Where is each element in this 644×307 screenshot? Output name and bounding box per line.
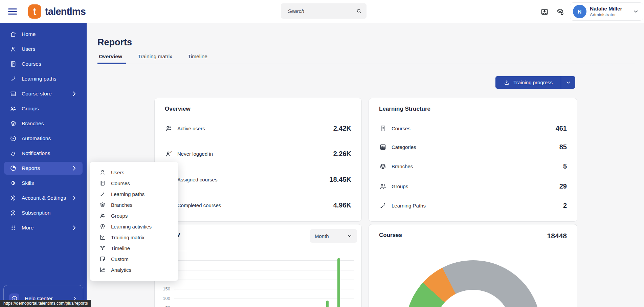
sidebar-item-label: Courses	[22, 61, 41, 67]
stat-row-never-logged-in: Never logged in 2.26K	[165, 147, 351, 160]
submenu-item-users[interactable]: Users	[90, 167, 178, 178]
training-progress-export-button[interactable]: Training progress	[495, 76, 575, 89]
download-icon	[504, 79, 510, 86]
search-input[interactable]	[287, 8, 356, 15]
stat-row-completed-courses: Completed courses 4.96K	[165, 198, 351, 212]
messages-inbox-icon[interactable]	[540, 7, 549, 16]
submenu-item-branches[interactable]: Branches	[90, 199, 178, 210]
stat-label: Completed courses	[177, 202, 221, 208]
stat-row-active-users: Active users 2.42K	[165, 122, 351, 135]
dots-grid-icon	[9, 224, 17, 232]
stat-value: 18.45K	[330, 176, 352, 183]
gear-icon	[9, 194, 17, 202]
reports-submenu: Users Courses Learning paths Branches Gr…	[90, 162, 178, 281]
courses-donut[interactable]	[405, 260, 541, 307]
layers-icon	[99, 201, 106, 208]
tabs: Overview Training matrix Timeline	[97, 52, 209, 61]
path-icon	[99, 191, 106, 197]
learning-structure-card-title: Learning Structure	[379, 106, 430, 112]
submenu-item-custom[interactable]: Custom	[90, 254, 178, 264]
submenu-item-groups[interactable]: Groups	[90, 210, 178, 221]
chevron-right-icon	[70, 194, 78, 202]
sidebar-item-label: Users	[22, 46, 35, 52]
sidebar-item-label: Course store	[22, 91, 52, 97]
stat-label: Categories	[392, 144, 416, 150]
brain-icon	[9, 179, 17, 187]
sidebar-item-label: Groups	[22, 106, 39, 112]
y-axis-tick-150: 150	[156, 286, 170, 291]
sidebar-item-groups[interactable]: Groups	[4, 102, 83, 115]
tab-overview[interactable]: Overview	[97, 52, 124, 61]
submenu-item-courses[interactable]: Courses	[90, 178, 178, 189]
sidebar-item-subscription[interactable]: Subscription	[4, 206, 83, 219]
period-select-value: Month	[315, 233, 329, 239]
y-axis-tick-100: 100	[156, 296, 170, 301]
stat-value: 2.42K	[333, 125, 351, 132]
stat-row-learning-paths: Learning Paths 2	[379, 199, 567, 212]
sidebar-item-more[interactable]: More	[4, 221, 83, 234]
overview-card: Overview Active users 2.42K Never logged…	[154, 98, 362, 222]
custom-note-icon	[99, 256, 106, 262]
chart-gridline	[174, 299, 354, 299]
sidebar-item-label: More	[22, 225, 34, 231]
search-box[interactable]	[281, 3, 367, 19]
path-icon	[379, 202, 387, 210]
period-select[interactable]: Month	[310, 229, 357, 243]
user-sleep-icon	[165, 150, 173, 158]
sidebar-item-label: Learning paths	[22, 76, 57, 82]
submenu-item-timeline[interactable]: Timeline	[90, 243, 178, 254]
sidebar-item-skills[interactable]: Skills	[4, 177, 83, 190]
courses-donut-card: Courses 18448	[369, 224, 577, 307]
stat-row-categories: Categories 85	[379, 140, 567, 154]
sidebar-item-label: Reports	[22, 165, 40, 171]
submenu-item-training-matrix[interactable]: Training matrix	[90, 232, 178, 243]
tab-training-matrix[interactable]: Training matrix	[136, 52, 174, 61]
learning-structure-card: Learning Structure Courses 461 Categorie…	[369, 98, 577, 222]
sidebar-item-account-settings[interactable]: Account & Settings	[4, 192, 83, 204]
submenu-item-analytics[interactable]: Analytics	[90, 264, 178, 275]
chart-bar[interactable]	[337, 258, 340, 307]
active-tab-underline	[97, 63, 126, 64]
chart-gridline	[174, 289, 354, 289]
user-role: Administrator	[590, 12, 622, 18]
book-icon	[379, 125, 387, 132]
hamburger-menu-icon[interactable]	[8, 7, 17, 16]
sidebar-item-automations[interactable]: Automations	[4, 132, 83, 145]
training-progress-button-main[interactable]: Training progress	[495, 76, 561, 89]
export-dropdown-toggle[interactable]	[561, 76, 575, 89]
sidebar-item-course-store[interactable]: Course store	[4, 87, 83, 100]
tab-timeline[interactable]: Timeline	[186, 52, 209, 61]
submenu-item-learning-activities[interactable]: Learning activities	[90, 221, 178, 232]
sidebar-item-label: Home	[22, 31, 36, 37]
submenu-item-learning-paths[interactable]: Learning paths	[90, 189, 178, 199]
talentlms-app: t talentlms N Natalie Miller Administrat…	[0, 0, 644, 307]
chevron-right-icon	[70, 224, 78, 232]
branch-switcher-icon[interactable]	[556, 7, 564, 16]
sidebar-item-branches[interactable]: Branches	[4, 117, 83, 130]
sidebar-item-reports[interactable]: Reports	[4, 162, 83, 175]
topbar: t talentlms N Natalie Miller Administrat…	[0, 0, 644, 23]
logo[interactable]: t talentlms	[28, 4, 86, 19]
activity-chart-card: y Month 200 150 100 50	[154, 224, 362, 307]
sidebar-item-notifications[interactable]: Notifications	[4, 147, 83, 160]
group-icon	[99, 212, 106, 219]
sidebar-item-users[interactable]: Users	[4, 43, 83, 56]
sidebar-item-learning-paths[interactable]: Learning paths	[4, 72, 83, 85]
tabs-divider	[97, 64, 635, 64]
submenu-label: Timeline	[111, 245, 130, 251]
stat-row-courses: Courses 461	[379, 122, 567, 135]
overview-card-title: Overview	[165, 106, 191, 112]
sidebar-item-courses[interactable]: Courses	[4, 58, 83, 70]
chevron-down-icon[interactable]	[633, 8, 639, 15]
user-menu[interactable]: N Natalie Miller Administrator	[570, 2, 643, 21]
group-icon	[9, 105, 17, 112]
store-icon	[9, 90, 17, 97]
sidebar-item-label: Automations	[22, 135, 51, 141]
sidebar-item-home[interactable]: Home	[4, 28, 83, 41]
courses-total-value: 18448	[547, 232, 567, 240]
training-progress-label: Training progress	[513, 80, 553, 85]
search-icon[interactable]	[356, 7, 362, 15]
user-name: Natalie Miller	[590, 5, 622, 12]
book-icon	[99, 180, 106, 187]
chart-bar[interactable]	[326, 301, 329, 307]
